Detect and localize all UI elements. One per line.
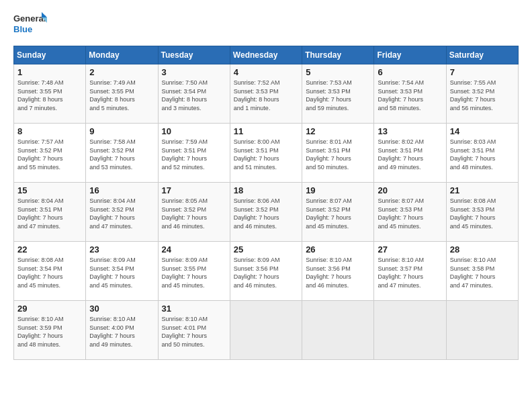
day-cell: 18Sunrise: 8:06 AM Sunset: 3:52 PM Dayli… xyxy=(230,183,302,242)
week-row-0: 1Sunrise: 7:48 AM Sunset: 3:55 PM Daylig… xyxy=(14,64,519,124)
day-cell: 4Sunrise: 7:52 AM Sunset: 3:53 PM Daylig… xyxy=(230,64,302,124)
day-cell: 30Sunrise: 8:10 AM Sunset: 4:00 PM Dayli… xyxy=(86,301,158,360)
week-row-2: 15Sunrise: 8:04 AM Sunset: 3:51 PM Dayli… xyxy=(14,183,519,242)
day-cell: 31Sunrise: 8:10 AM Sunset: 4:01 PM Dayli… xyxy=(158,301,230,360)
day-info: Sunrise: 8:10 AM Sunset: 4:00 PM Dayligh… xyxy=(89,315,154,349)
day-info: Sunrise: 8:10 AM Sunset: 4:01 PM Dayligh… xyxy=(162,315,226,349)
day-info: Sunrise: 8:10 AM Sunset: 3:58 PM Dayligh… xyxy=(450,256,515,289)
day-cell xyxy=(230,301,302,360)
day-cell: 22Sunrise: 8:08 AM Sunset: 3:54 PM Dayli… xyxy=(14,242,86,301)
page: General Blue SundayMondayTuesdayWednesda… xyxy=(0,0,532,411)
day-cell: 8Sunrise: 7:57 AM Sunset: 3:52 PM Daylig… xyxy=(14,124,86,183)
day-number: 15 xyxy=(17,185,82,195)
day-cell xyxy=(446,301,518,360)
day-number: 24 xyxy=(162,244,226,255)
day-number: 6 xyxy=(378,67,442,77)
day-info: Sunrise: 8:04 AM Sunset: 3:51 PM Dayligh… xyxy=(17,197,82,230)
day-number: 26 xyxy=(306,244,370,255)
header: General Blue xyxy=(13,11,519,39)
day-cell: 2Sunrise: 7:49 AM Sunset: 3:55 PM Daylig… xyxy=(86,64,158,124)
day-cell: 1Sunrise: 7:48 AM Sunset: 3:55 PM Daylig… xyxy=(14,64,86,124)
day-number: 21 xyxy=(450,185,515,195)
day-cell: 26Sunrise: 8:10 AM Sunset: 3:56 PM Dayli… xyxy=(302,242,374,301)
day-cell: 14Sunrise: 8:03 AM Sunset: 3:51 PM Dayli… xyxy=(446,124,518,183)
day-cell: 3Sunrise: 7:50 AM Sunset: 3:54 PM Daylig… xyxy=(158,64,230,124)
day-number: 27 xyxy=(378,244,442,255)
day-info: Sunrise: 8:10 AM Sunset: 3:56 PM Dayligh… xyxy=(306,256,370,289)
day-cell: 23Sunrise: 8:09 AM Sunset: 3:54 PM Dayli… xyxy=(86,242,158,301)
col-header-sunday: Sunday xyxy=(14,46,86,64)
day-info: Sunrise: 8:10 AM Sunset: 3:57 PM Dayligh… xyxy=(378,256,442,289)
day-cell: 20Sunrise: 8:07 AM Sunset: 3:53 PM Dayli… xyxy=(374,183,446,242)
day-number: 10 xyxy=(162,126,226,136)
day-number: 5 xyxy=(306,67,370,77)
day-cell: 7Sunrise: 7:55 AM Sunset: 3:52 PM Daylig… xyxy=(446,64,518,124)
day-number: 20 xyxy=(378,185,442,195)
col-header-thursday: Thursday xyxy=(302,46,374,64)
day-cell: 24Sunrise: 8:09 AM Sunset: 3:55 PM Dayli… xyxy=(158,242,230,301)
day-info: Sunrise: 8:02 AM Sunset: 3:51 PM Dayligh… xyxy=(378,138,442,171)
day-info: Sunrise: 8:10 AM Sunset: 3:59 PM Dayligh… xyxy=(17,315,82,349)
day-cell: 29Sunrise: 8:10 AM Sunset: 3:59 PM Dayli… xyxy=(14,301,86,360)
day-info: Sunrise: 8:09 AM Sunset: 3:56 PM Dayligh… xyxy=(234,256,298,289)
week-row-4: 29Sunrise: 8:10 AM Sunset: 3:59 PM Dayli… xyxy=(14,301,519,360)
day-number: 8 xyxy=(17,126,82,136)
day-info: Sunrise: 7:59 AM Sunset: 3:51 PM Dayligh… xyxy=(162,138,226,171)
col-header-friday: Friday xyxy=(374,46,446,64)
day-cell: 15Sunrise: 8:04 AM Sunset: 3:51 PM Dayli… xyxy=(14,183,86,242)
logo-svg: General Blue xyxy=(13,11,47,39)
day-cell xyxy=(374,301,446,360)
day-info: Sunrise: 8:03 AM Sunset: 3:51 PM Dayligh… xyxy=(450,138,515,171)
day-cell: 10Sunrise: 7:59 AM Sunset: 3:51 PM Dayli… xyxy=(158,124,230,183)
day-info: Sunrise: 7:48 AM Sunset: 3:55 PM Dayligh… xyxy=(17,79,82,112)
day-info: Sunrise: 7:50 AM Sunset: 3:54 PM Dayligh… xyxy=(162,79,226,112)
week-row-3: 22Sunrise: 8:08 AM Sunset: 3:54 PM Dayli… xyxy=(14,242,519,301)
day-info: Sunrise: 8:09 AM Sunset: 3:55 PM Dayligh… xyxy=(162,256,226,289)
day-info: Sunrise: 8:07 AM Sunset: 3:53 PM Dayligh… xyxy=(378,197,442,230)
day-number: 28 xyxy=(450,244,515,255)
day-cell: 21Sunrise: 8:08 AM Sunset: 3:53 PM Dayli… xyxy=(446,183,518,242)
calendar-table: SundayMondayTuesdayWednesdayThursdayFrid… xyxy=(13,46,519,360)
day-info: Sunrise: 8:04 AM Sunset: 3:52 PM Dayligh… xyxy=(89,197,154,230)
header-row: SundayMondayTuesdayWednesdayThursdayFrid… xyxy=(14,46,519,64)
day-number: 19 xyxy=(306,185,370,195)
logo: General Blue xyxy=(13,11,47,39)
day-info: Sunrise: 8:01 AM Sunset: 3:51 PM Dayligh… xyxy=(306,138,370,171)
day-info: Sunrise: 7:53 AM Sunset: 3:53 PM Dayligh… xyxy=(306,79,370,112)
day-number: 23 xyxy=(89,244,154,255)
day-info: Sunrise: 7:57 AM Sunset: 3:52 PM Dayligh… xyxy=(17,138,82,171)
day-number: 7 xyxy=(450,67,515,77)
col-header-saturday: Saturday xyxy=(446,46,518,64)
day-number: 13 xyxy=(378,126,442,136)
svg-text:General: General xyxy=(13,13,46,24)
day-info: Sunrise: 7:58 AM Sunset: 3:52 PM Dayligh… xyxy=(89,138,154,171)
day-cell: 27Sunrise: 8:10 AM Sunset: 3:57 PM Dayli… xyxy=(374,242,446,301)
day-cell: 12Sunrise: 8:01 AM Sunset: 3:51 PM Dayli… xyxy=(302,124,374,183)
day-number: 2 xyxy=(89,67,154,77)
day-info: Sunrise: 7:54 AM Sunset: 3:53 PM Dayligh… xyxy=(378,79,442,112)
day-info: Sunrise: 8:00 AM Sunset: 3:51 PM Dayligh… xyxy=(234,138,298,171)
day-number: 1 xyxy=(17,67,82,77)
day-info: Sunrise: 8:05 AM Sunset: 3:52 PM Dayligh… xyxy=(162,197,226,230)
day-cell: 16Sunrise: 8:04 AM Sunset: 3:52 PM Dayli… xyxy=(86,183,158,242)
day-number: 22 xyxy=(17,244,82,255)
day-number: 25 xyxy=(234,244,298,255)
day-number: 9 xyxy=(89,126,154,136)
day-number: 31 xyxy=(162,304,226,314)
day-info: Sunrise: 8:08 AM Sunset: 3:54 PM Dayligh… xyxy=(17,256,82,289)
day-number: 29 xyxy=(17,304,82,314)
day-cell: 25Sunrise: 8:09 AM Sunset: 3:56 PM Dayli… xyxy=(230,242,302,301)
day-info: Sunrise: 8:09 AM Sunset: 3:54 PM Dayligh… xyxy=(89,256,154,289)
day-info: Sunrise: 7:52 AM Sunset: 3:53 PM Dayligh… xyxy=(234,79,298,112)
col-header-tuesday: Tuesday xyxy=(158,46,230,64)
day-cell: 5Sunrise: 7:53 AM Sunset: 3:53 PM Daylig… xyxy=(302,64,374,124)
day-cell xyxy=(302,301,374,360)
day-number: 16 xyxy=(89,185,154,195)
week-row-1: 8Sunrise: 7:57 AM Sunset: 3:52 PM Daylig… xyxy=(14,124,519,183)
day-cell: 19Sunrise: 8:07 AM Sunset: 3:52 PM Dayli… xyxy=(302,183,374,242)
day-number: 3 xyxy=(162,67,226,77)
day-cell: 28Sunrise: 8:10 AM Sunset: 3:58 PM Dayli… xyxy=(446,242,518,301)
day-cell: 9Sunrise: 7:58 AM Sunset: 3:52 PM Daylig… xyxy=(86,124,158,183)
day-info: Sunrise: 8:07 AM Sunset: 3:52 PM Dayligh… xyxy=(306,197,370,230)
day-number: 14 xyxy=(450,126,515,136)
